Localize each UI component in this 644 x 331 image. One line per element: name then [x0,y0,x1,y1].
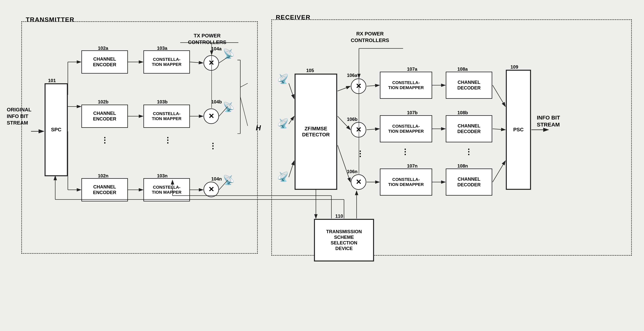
channel-decoder-a: CHANNELDECODER [446,72,492,99]
mult-circle-rx-b: ✕ [351,122,366,137]
mult-circle-rx-n: ✕ [351,174,366,190]
label-108a: 108a [457,66,468,72]
output-label: INFO BITSTREAM [537,114,560,128]
dots-rx-mults: ⋮ [356,149,364,158]
mult-circle-rx-a: ✕ [351,78,366,94]
channel-encoder-n: CHANNELENCODER [82,178,128,201]
const-demapper-b: CONSTELLA-TION DEMAPPER [380,115,432,142]
channel-encoder-a: CHANNELENCODER [82,50,128,74]
zf-mmse-block: ZF/MMSEDETECTOR [294,74,337,190]
antenna-tx-n: 📡 [223,175,234,186]
mult-circle-n: ✕ [204,182,219,197]
transmitter-label: TRANSMITTER [26,16,74,23]
label-106a: 106a [347,73,357,78]
antenna-rx-n: 📡 [277,171,289,182]
dots-demappers: ⋮ [401,147,409,156]
rx-power-controllers-label: RX POWERCONTROLLERS [351,30,389,44]
label-104b: 104b [211,99,222,105]
label-107b: 107b [407,110,418,115]
label-103a: 103a [157,45,167,51]
label-103n: 103n [157,173,168,179]
label-104a: 104a [211,46,222,51]
label-103b: 103b [157,99,168,105]
antenna-rx-a: 📡 [277,74,289,84]
const-mapper-n: CONSTELLA-TION MAPPER [144,178,190,201]
label-106b: 106b [347,117,358,122]
label-107a: 107a [407,66,417,72]
label-102b: 102b [98,99,108,105]
dots-decoders: ⋮ [465,147,472,156]
psc-block: PSC [506,70,531,190]
dots-mults: ⋮ [209,141,217,150]
const-mapper-a: CONSTELLA-TION MAPPER [144,50,190,74]
label-101: 101 [48,78,56,83]
label-108n: 108n [457,163,468,169]
const-demapper-a: CONSTELLA-TION DEMAPPER [380,72,432,99]
label-110: 110 [335,213,343,219]
h-label: H [256,124,261,132]
label-109: 109 [510,64,518,70]
label-102n: 102n [98,173,108,179]
label-104n: 104n [211,176,222,182]
label-102a: 102a [98,45,108,51]
tx-scheme-block: TRANSMISSIONSCHEMESELECTIONDEVICE [314,219,374,262]
mult-circle-a: ✕ [204,55,219,71]
channel-decoder-n: CHANNELDECODER [446,169,492,196]
const-mapper-b: CONSTELLA-TION MAPPER [144,105,190,128]
input-label: ORIGINALINFO BITSTREAM [7,106,30,126]
label-107n: 107n [407,163,418,169]
channel-decoder-b: CHANNELDECODER [446,115,492,142]
label-105: 105 [306,68,314,73]
dots-mappers: ⋮ [164,136,172,144]
mult-circle-b: ✕ [204,108,219,124]
antenna-tx-b: 📡 [223,102,234,112]
diagram: TRANSMITTER RECEIVER ORIGINALINFO BITSTR… [6,10,638,320]
label-108b: 108b [457,110,468,115]
channel-encoder-b: CHANNELENCODER [82,105,128,128]
antenna-rx-b: 📡 [277,118,289,129]
const-demapper-n: CONSTELLA-TION DEMAPPER [380,169,432,196]
label-106n: 106n [347,169,358,174]
tx-power-controllers-label: TX POWERCONTROLLERS [188,32,226,46]
receiver-label: RECEIVER [276,14,311,21]
antenna-tx-a: 📡 [223,48,234,59]
dots-encoders: ⋮ [101,136,108,144]
spc-block: SPC [44,83,68,176]
